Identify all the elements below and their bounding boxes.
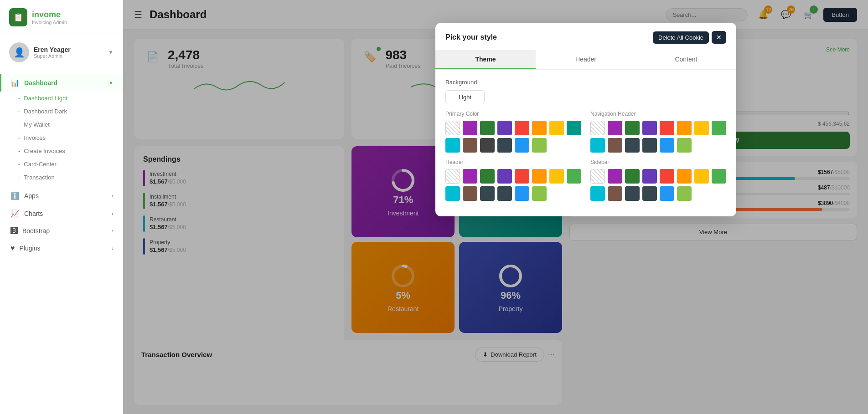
chevron-right-icon: › (112, 211, 114, 216)
sidebar-item-bootstrap[interactable]: 🅱 Bootstrap › (0, 222, 123, 240)
hdr-swatch-purple[interactable] (463, 169, 477, 184)
color-swatch-orange[interactable] (532, 121, 547, 135)
color-swatch-teal[interactable] (567, 121, 581, 135)
sb-swatch-purple[interactable] (608, 169, 622, 184)
tab-header[interactable]: Header (536, 50, 636, 69)
info-icon: ℹ️ (10, 191, 20, 200)
sb-swatch-lgreen[interactable] (712, 169, 726, 184)
sb-swatch-orange[interactable] (677, 169, 692, 184)
sidebar-subitem-dashboard-dark[interactable]: Dashboard Dark (0, 105, 123, 118)
sidebar-subitem-my-wallet[interactable]: My Wallet (0, 118, 123, 131)
sb-swatch-cyan[interactable] (590, 186, 605, 201)
header-sidebar-section: Header (445, 159, 726, 207)
sidebar-subitem-transaction[interactable]: Transaction (0, 171, 123, 184)
bootstrap-icon: 🅱 (10, 227, 18, 235)
color-swatch-blue-grey[interactable] (497, 138, 512, 153)
sb-swatch-none[interactable] (590, 169, 605, 184)
nav-color-swatch-light-green[interactable] (712, 121, 726, 135)
nav-color-swatch-brown[interactable] (608, 138, 622, 153)
close-modal-button[interactable]: ✕ (712, 31, 726, 44)
sb-swatch-red[interactable] (660, 169, 674, 184)
sidebar-item-apps[interactable]: ℹ️ Apps › (0, 187, 123, 204)
sidebar-color-section: Sidebar (590, 159, 726, 207)
sb-swatch-lg[interactable] (677, 186, 692, 201)
color-swatch-brown[interactable] (463, 138, 477, 153)
chevron-down-icon: ▼ (108, 49, 114, 56)
sidebar-item-label: Charts (24, 210, 43, 217)
sidebar: 📋 invome Invoicing Admin 👤 Eren Yeager S… (0, 0, 123, 414)
sidebar-item-label: Bootstrap (22, 227, 50, 235)
color-swatch-blue[interactable] (515, 138, 529, 153)
nav-color-swatch-cyan[interactable] (590, 138, 605, 153)
color-swatch-deep-purple[interactable] (497, 121, 512, 135)
nav-color-swatch-blue-grey2[interactable] (642, 138, 657, 153)
nav-color-swatch-green[interactable] (625, 121, 640, 135)
sb-swatch-bgrey[interactable] (625, 186, 640, 201)
color-swatch-grey-dark[interactable] (480, 138, 495, 153)
hdr-swatch-lg[interactable] (532, 186, 547, 201)
hdr-swatch-lgreen[interactable] (567, 169, 581, 184)
sidebar-subitem-card-center[interactable]: Card-Center (0, 158, 123, 171)
sb-swatch-green[interactable] (625, 169, 640, 184)
hdr-swatch-green[interactable] (480, 169, 495, 184)
header-label: Header (445, 159, 581, 165)
nav-color-swatch-amber[interactable] (694, 121, 709, 135)
sidebar-item-plugins[interactable]: ♥ Plugins › (0, 240, 123, 257)
sidebar-subitem-dashboard-light[interactable]: Dashboard Light (0, 92, 123, 105)
sidebar-item-charts[interactable]: 📈 Charts › (0, 204, 123, 222)
brand-name: invome (32, 10, 67, 20)
chevron-right-icon: › (112, 245, 114, 251)
hdr-swatch-brown[interactable] (463, 186, 477, 201)
sidebar-subitem-invoices[interactable]: Invoices (0, 131, 123, 144)
hdr-swatch-none[interactable] (445, 169, 460, 184)
nav-color-swatch-blue[interactable] (660, 138, 674, 153)
hdr-swatch-bgrey[interactable] (480, 186, 495, 201)
chevron-right-icon: › (112, 193, 114, 199)
user-profile[interactable]: 👤 Eren Yeager Super Admin ▼ (0, 35, 123, 70)
hdr-swatch-cyan[interactable] (445, 186, 460, 201)
tab-content[interactable]: Content (636, 50, 736, 69)
sb-swatch-blue[interactable] (660, 186, 674, 201)
sb-swatch-amber[interactable] (694, 169, 709, 184)
modal-body: Background Light Primary Color (435, 70, 736, 216)
color-swatch-amber[interactable] (549, 121, 564, 135)
nav-color-swatch-none[interactable] (590, 121, 605, 135)
color-swatch-cyan[interactable] (445, 138, 460, 153)
nav-color-swatch-orange[interactable] (677, 121, 692, 135)
hdr-swatch-blue[interactable] (515, 186, 529, 201)
color-swatch-light-green[interactable] (532, 138, 547, 153)
primary-color-label: Primary Color (445, 111, 581, 117)
sb-swatch-deep-purple[interactable] (642, 169, 657, 184)
sidebar-item-label: Plugins (20, 245, 41, 252)
sidebar-subitem-create-invoices[interactable]: Create Invoices (0, 144, 123, 158)
modal-tabs: Theme Header Content (435, 50, 736, 70)
tab-theme[interactable]: Theme (435, 50, 536, 69)
nav-color-swatch-blue-grey[interactable] (625, 138, 640, 153)
logo-text: invome Invoicing Admin (32, 10, 67, 25)
color-swatch-green[interactable] (480, 121, 495, 135)
hdr-swatch-bgrey2[interactable] (497, 186, 512, 201)
sb-swatch-bgrey2[interactable] (642, 186, 657, 201)
dashboard-icon: 📊 (10, 78, 20, 87)
color-swatch-none[interactable] (445, 121, 460, 135)
nav-header-color-section: Navigation Header (590, 111, 726, 159)
nav-color-swatch-purple[interactable] (608, 121, 622, 135)
hdr-swatch-amber[interactable] (549, 169, 564, 184)
nav-color-swatch-red[interactable] (660, 121, 674, 135)
brand-subtitle: Invoicing Admin (32, 20, 67, 25)
color-swatch-purple[interactable] (463, 121, 477, 135)
sidebar-item-dashboard[interactable]: 📊 Dashboard ▼ (0, 74, 123, 92)
avatar: 👤 (9, 42, 29, 62)
chart-icon: 📈 (10, 209, 20, 218)
delete-all-cookie-button[interactable]: Delete All Cookie (653, 31, 709, 44)
hdr-swatch-orange[interactable] (532, 169, 547, 184)
modal-title: Pick your style (445, 33, 497, 41)
nav-color-swatch-lgreen[interactable] (677, 138, 692, 153)
background-option-light[interactable]: Light (445, 90, 485, 104)
hdr-swatch-deep-purple[interactable] (497, 169, 512, 184)
hdr-swatch-red[interactable] (515, 169, 529, 184)
nav-color-swatch-deep-purple[interactable] (642, 121, 657, 135)
color-swatch-red[interactable] (515, 121, 529, 135)
brand-part2: ome (44, 10, 61, 19)
sb-swatch-brown[interactable] (608, 186, 622, 201)
